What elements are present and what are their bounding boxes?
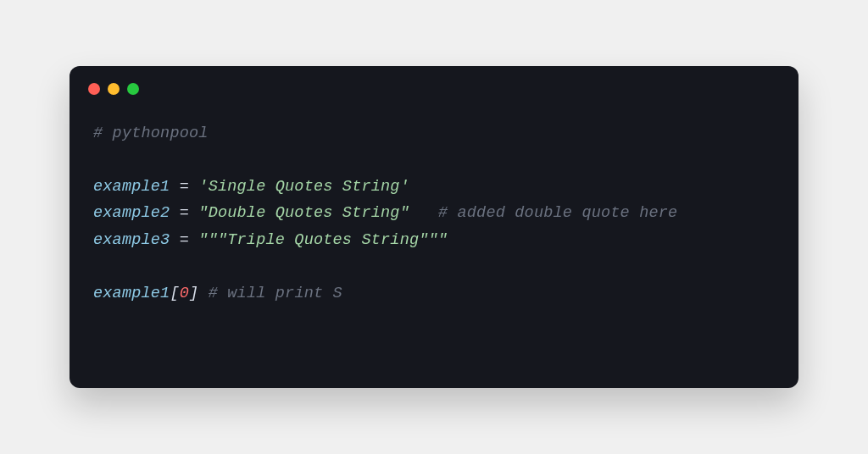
variable-name: example1	[93, 285, 170, 302]
spacing	[198, 285, 208, 302]
code-window: # pythonpool example1 = 'Single Quotes S…	[70, 66, 798, 388]
string-literal: "Double Quotes String"	[198, 204, 409, 222]
operator-equals: =	[170, 231, 198, 249]
spacing	[409, 204, 438, 222]
comment-inline: # will print S	[209, 285, 342, 302]
variable-name: example2	[93, 204, 170, 222]
code-block: # pythonpool example1 = 'Single Quotes S…	[70, 102, 798, 325]
operator-equals: =	[170, 204, 198, 222]
bracket-close: ]	[189, 285, 198, 302]
number-literal: 0	[180, 285, 189, 302]
string-literal: 'Single Quotes String'	[198, 178, 409, 196]
comment-line: # pythonpool	[93, 125, 209, 142]
window-titlebar	[70, 66, 798, 102]
variable-name: example1	[93, 178, 170, 196]
maximize-icon[interactable]	[127, 83, 139, 95]
minimize-icon[interactable]	[108, 83, 120, 95]
operator-equals: =	[170, 178, 198, 196]
comment-inline: # added double quote here	[438, 204, 678, 222]
close-icon[interactable]	[88, 83, 100, 95]
string-literal: """Triple Quotes String"""	[198, 231, 448, 249]
variable-name: example3	[93, 231, 170, 249]
bracket-open: [	[170, 285, 179, 302]
